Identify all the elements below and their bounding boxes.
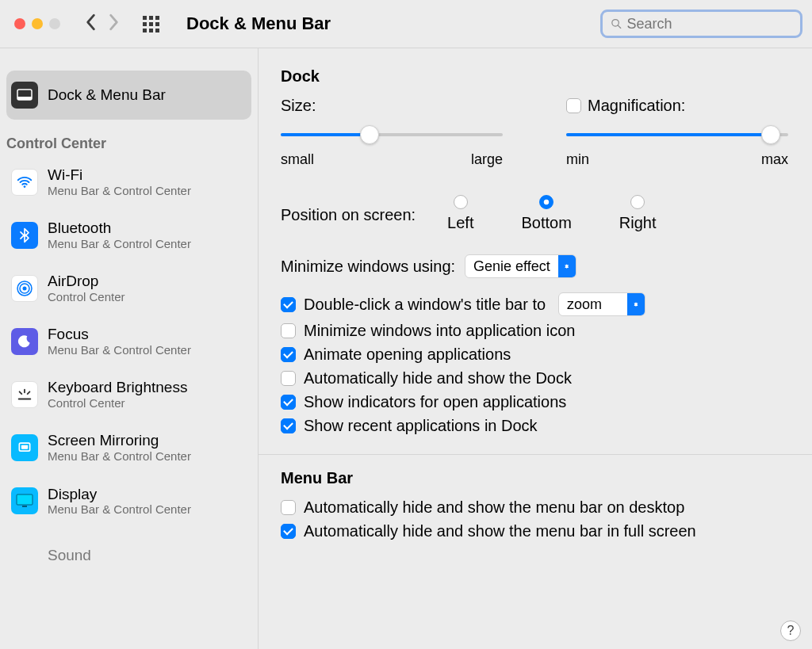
dock-menubar-icon (11, 82, 38, 109)
sidebar-item-label: Wi-Fi (48, 166, 191, 184)
magnification-checkbox[interactable] (566, 98, 581, 113)
window-title: Dock & Menu Bar (186, 13, 331, 34)
position-left-radio[interactable] (454, 195, 468, 209)
sidebar-item-label: Focus (48, 326, 191, 343)
position-left-label: Left (447, 214, 473, 232)
minimize-effect-value: Genie effect (473, 258, 550, 275)
size-slider[interactable] (281, 126, 503, 143)
minimize-effect-select[interactable]: Genie effect ▲▼ (465, 254, 576, 278)
sidebar-item-wifi[interactable]: Wi-FiMenu Bar & Control Center (0, 155, 258, 208)
position-right-label: Right (619, 214, 657, 232)
chevron-right-icon (109, 13, 120, 31)
position-right-radio[interactable] (630, 195, 645, 209)
wifi-icon (11, 169, 38, 196)
sidebar-item-label: Keyboard Brightness (48, 379, 187, 396)
auto-hide-menubar-fullscreen-label: Automatically hide and show the menu bar… (304, 522, 696, 540)
sidebar-item-label: Sound (48, 547, 91, 564)
size-label: Size: (281, 97, 503, 115)
auto-hide-dock-checkbox[interactable] (281, 371, 296, 386)
sidebar-item-sublabel: Menu Bar & Control Center (48, 449, 191, 463)
sidebar-item-display[interactable]: DisplayMenu Bar & Control Center (0, 475, 258, 528)
sidebar-item-sublabel: Menu Bar & Control Center (48, 343, 191, 357)
svg-point-7 (23, 286, 27, 290)
select-arrows-icon: ▲▼ (627, 293, 645, 315)
select-arrows-icon: ▲▼ (558, 255, 576, 277)
show-recent-checkbox[interactable] (281, 418, 296, 433)
minimize-window-button[interactable] (32, 18, 43, 29)
svg-rect-3 (17, 97, 32, 100)
minimize-into-icon-label: Minimize windows into application icon (304, 322, 575, 340)
help-label: ? (787, 624, 795, 638)
magnification-slider[interactable] (566, 126, 788, 143)
svg-rect-14 (17, 494, 33, 505)
sidebar-item-sublabel: Menu Bar & Control Center (48, 502, 191, 516)
doubleclick-action-value: zoom (567, 296, 619, 313)
search-icon (611, 17, 622, 30)
help-button[interactable]: ? (780, 620, 801, 641)
back-button[interactable] (82, 12, 98, 36)
svg-line-10 (20, 391, 22, 394)
svg-rect-13 (21, 445, 28, 449)
sidebar: Dock & Menu Bar Control Center Wi-FiMenu… (0, 48, 259, 649)
svg-point-4 (24, 185, 26, 188)
sidebar-item-sound[interactable]: Sound (0, 528, 258, 580)
auto-hide-menubar-desktop-label: Automatically hide and show the menu bar… (304, 498, 684, 517)
svg-rect-15 (22, 506, 27, 507)
sidebar-section-header: Control Center (0, 120, 258, 155)
sidebar-item-airdrop[interactable]: AirDropControl Center (0, 262, 258, 315)
position-label: Position on screen: (281, 195, 416, 224)
sidebar-item-focus[interactable]: FocusMenu Bar & Control Center (0, 315, 258, 368)
chevron-left-icon (85, 13, 96, 31)
auto-hide-menubar-fullscreen-checkbox[interactable] (281, 524, 296, 539)
all-preferences-grid-button[interactable] (143, 16, 159, 32)
sidebar-item-label: Screen Mirroring (48, 432, 191, 449)
search-input[interactable] (627, 16, 792, 32)
sidebar-item-sublabel: Control Center (48, 396, 187, 410)
sidebar-item-screen-mirroring[interactable]: Screen MirroringMenu Bar & Control Cente… (0, 421, 258, 474)
dock-section-title: Dock (281, 67, 788, 86)
bluetooth-icon (11, 222, 38, 249)
svg-line-11 (28, 391, 30, 394)
keyboard-brightness-icon (11, 381, 38, 408)
focus-icon (11, 328, 38, 355)
position-bottom-radio[interactable] (539, 195, 553, 209)
doubleclick-checkbox[interactable] (281, 297, 296, 312)
size-max-label: large (471, 151, 503, 168)
doubleclick-label: Double-click a window's title bar to (304, 296, 546, 314)
show-indicators-checkbox[interactable] (281, 395, 296, 410)
sidebar-item-keyboard-brightness[interactable]: Keyboard BrightnessControl Center (0, 368, 258, 421)
size-min-label: small (281, 151, 314, 168)
close-window-button[interactable] (14, 18, 25, 29)
fullscreen-window-button[interactable] (49, 18, 60, 29)
position-bottom-label: Bottom (521, 214, 571, 232)
sidebar-item-bluetooth[interactable]: BluetoothMenu Bar & Control Center (0, 208, 258, 262)
content-pane: Dock Size: small large (259, 48, 812, 546)
minimize-into-icon-checkbox[interactable] (281, 323, 296, 338)
show-recent-label: Show recent applications in Dock (304, 417, 538, 435)
doubleclick-action-select[interactable]: zoom ▲▼ (558, 292, 645, 316)
minimize-using-label: Minimize windows using: (281, 258, 455, 276)
window-controls (14, 18, 60, 29)
sidebar-item-sublabel: Control Center (48, 290, 125, 304)
airdrop-icon (11, 275, 38, 302)
svg-line-1 (618, 25, 621, 29)
animate-opening-checkbox[interactable] (281, 347, 296, 362)
magnification-label: Magnification: (588, 97, 685, 115)
search-field[interactable] (600, 10, 802, 38)
display-icon (11, 487, 38, 514)
sidebar-item-label: Dock & Menu Bar (48, 86, 166, 104)
show-indicators-label: Show indicators for open applications (304, 393, 566, 411)
sidebar-item-sublabel: Menu Bar & Control Center (48, 184, 191, 197)
window-toolbar: Dock & Menu Bar (0, 0, 812, 48)
animate-opening-label: Animate opening applications (304, 345, 511, 364)
forward-button[interactable] (106, 12, 122, 36)
sidebar-item-dock-menubar[interactable]: Dock & Menu Bar (6, 71, 251, 120)
sidebar-item-label: AirDrop (48, 273, 125, 290)
mag-min-label: min (566, 151, 589, 168)
sidebar-item-label: Bluetooth (48, 220, 191, 237)
mag-max-label: max (761, 151, 788, 168)
auto-hide-dock-label: Automatically hide and show the Dock (304, 369, 572, 387)
auto-hide-menubar-desktop-checkbox[interactable] (281, 500, 296, 515)
menubar-section-title: Menu Bar (281, 469, 788, 487)
screen-mirroring-icon (11, 434, 38, 461)
